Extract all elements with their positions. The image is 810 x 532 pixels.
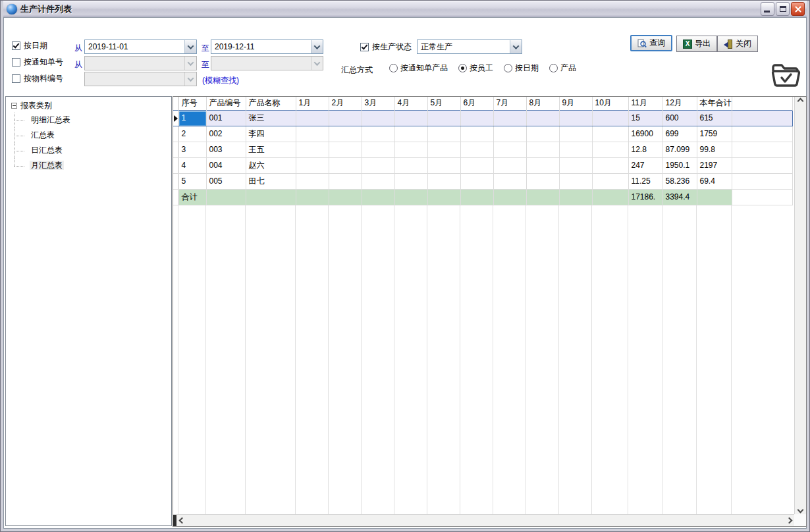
- scroll-right-icon[interactable]: [786, 518, 793, 524]
- grid-cell[interactable]: [296, 110, 329, 126]
- title-bar[interactable]: 生产计件列表: [3, 1, 807, 17]
- total-cell[interactable]: [460, 189, 493, 205]
- export-button[interactable]: X 导出: [676, 36, 717, 52]
- vertical-scrollbar[interactable]: [794, 97, 806, 514]
- checkbox-by-date[interactable]: 按日期: [12, 40, 47, 51]
- column-header[interactable]: 10月: [592, 97, 628, 110]
- grid-cell[interactable]: [493, 126, 526, 142]
- grid-cell[interactable]: 247: [628, 157, 662, 173]
- column-header[interactable]: 8月: [526, 97, 559, 110]
- grid-cell[interactable]: [394, 157, 427, 173]
- grid-cell[interactable]: 田七: [246, 173, 296, 189]
- checkbox-by-material[interactable]: 按物料编号: [12, 73, 63, 84]
- column-header[interactable]: 产品编号: [206, 97, 246, 110]
- grid-cell[interactable]: 99.8: [697, 142, 732, 157]
- grid-cell[interactable]: [296, 173, 329, 189]
- grid-cell[interactable]: [296, 126, 329, 142]
- grid-cell[interactable]: [427, 110, 460, 126]
- grid-cell[interactable]: [362, 110, 394, 126]
- grid-cell[interactable]: [526, 173, 559, 189]
- grid-cell[interactable]: [592, 110, 628, 126]
- grid-cell[interactable]: 002: [206, 126, 246, 142]
- radio-option[interactable]: 产品: [549, 63, 576, 74]
- grid-cell[interactable]: 王五: [246, 142, 296, 157]
- total-cell[interactable]: [246, 189, 296, 205]
- column-header[interactable]: 6月: [460, 97, 493, 110]
- radio-option[interactable]: 按员工: [458, 63, 493, 74]
- grid-cell[interactable]: [559, 142, 592, 157]
- column-header[interactable]: 9月: [559, 97, 592, 110]
- total-cell[interactable]: [493, 189, 526, 205]
- grid-cell[interactable]: [526, 110, 559, 126]
- minimize-button[interactable]: [761, 2, 774, 16]
- grid-cell[interactable]: [592, 173, 628, 189]
- grid-cell[interactable]: [362, 142, 394, 157]
- total-cell[interactable]: [394, 189, 427, 205]
- grid-cell[interactable]: [329, 142, 362, 157]
- scroll-up-icon[interactable]: [797, 98, 804, 105]
- grid-cell[interactable]: 3: [178, 142, 206, 157]
- grid-cell[interactable]: 1950.1: [662, 157, 697, 173]
- grid-cell[interactable]: [460, 110, 493, 126]
- date-to-combo[interactable]: 2019-12-11: [211, 40, 323, 54]
- total-cell[interactable]: [427, 189, 460, 205]
- status-combo[interactable]: 正常生产: [417, 40, 522, 54]
- checkbox-by-status[interactable]: 按生产状态: [360, 41, 412, 53]
- total-cell[interactable]: [592, 189, 628, 205]
- column-header[interactable]: 1月: [296, 97, 329, 110]
- grid-cell[interactable]: [493, 173, 526, 189]
- column-header[interactable]: 序号: [178, 97, 206, 110]
- grid-cell[interactable]: 003: [206, 142, 246, 157]
- grid-cell[interactable]: [394, 110, 427, 126]
- column-header[interactable]: 4月: [394, 97, 427, 110]
- close-window-button[interactable]: 关闭: [717, 36, 758, 52]
- grid-cell[interactable]: [559, 157, 592, 173]
- grid-cell[interactable]: [460, 142, 493, 157]
- fuzzy-search-link[interactable]: (模糊查找): [202, 75, 239, 86]
- grid-cell[interactable]: [559, 110, 592, 126]
- grid-cell[interactable]: 699: [662, 126, 697, 142]
- grid-cell[interactable]: [362, 126, 394, 142]
- tree-item[interactable]: 月汇总表: [18, 158, 170, 173]
- grid-cell[interactable]: [427, 142, 460, 157]
- tree-item[interactable]: 汇总表: [18, 128, 170, 143]
- grid-cell[interactable]: 李四: [246, 126, 296, 142]
- grid-cell[interactable]: 赵六: [246, 157, 296, 173]
- grid-cell[interactable]: 1759: [697, 126, 732, 142]
- grid-cell[interactable]: 12.8: [628, 142, 662, 157]
- grid-cell[interactable]: [362, 173, 394, 189]
- grid-cell[interactable]: [296, 142, 329, 157]
- grid-cell[interactable]: 5: [178, 173, 206, 189]
- column-header[interactable]: 产品名称: [246, 97, 296, 110]
- column-header[interactable]: 本年合计: [697, 97, 732, 110]
- grid-cell[interactable]: 005: [206, 173, 246, 189]
- grid-cell[interactable]: 001: [206, 110, 246, 126]
- radio-option[interactable]: 按日期: [504, 63, 539, 74]
- grid-cell[interactable]: 2: [178, 126, 206, 142]
- grid-cell[interactable]: 615: [697, 110, 732, 126]
- scroll-down-icon[interactable]: [797, 507, 804, 514]
- grid-cell[interactable]: 11.25: [628, 173, 662, 189]
- grid-cell[interactable]: [394, 126, 427, 142]
- grid-cell[interactable]: [329, 110, 362, 126]
- grid-cell[interactable]: 16900: [628, 126, 662, 142]
- grid-cell[interactable]: 58.236: [662, 173, 697, 189]
- total-cell[interactable]: 3394.4: [662, 189, 697, 205]
- total-cell[interactable]: [697, 189, 732, 205]
- grid-cell[interactable]: [362, 157, 394, 173]
- total-cell[interactable]: [329, 189, 362, 205]
- grid-cell[interactable]: [559, 173, 592, 189]
- total-cell[interactable]: [206, 189, 246, 205]
- grid-cell[interactable]: 87.099: [662, 142, 697, 157]
- grid-cell[interactable]: [427, 173, 460, 189]
- grid-cell[interactable]: [559, 126, 592, 142]
- grid-cell[interactable]: [493, 142, 526, 157]
- grid-cell[interactable]: [592, 142, 628, 157]
- grid-cell[interactable]: 1: [178, 110, 206, 126]
- grid-cell[interactable]: 2197: [697, 157, 732, 173]
- grid-cell[interactable]: 004: [206, 157, 246, 173]
- date-from-combo[interactable]: 2019-11-01: [84, 40, 197, 54]
- tree-collapse-icon[interactable]: [11, 103, 17, 109]
- dropdown-button[interactable]: [184, 40, 196, 53]
- grid-cell[interactable]: 69.4: [697, 173, 732, 189]
